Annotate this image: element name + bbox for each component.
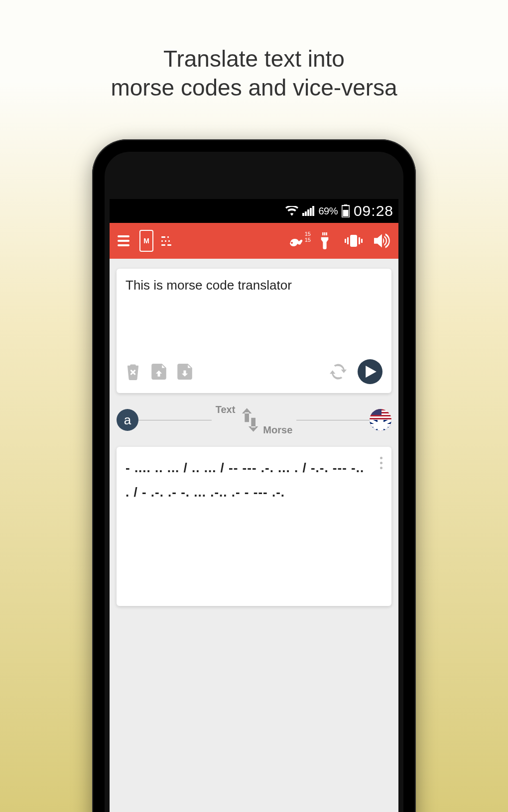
sound-button[interactable] — [372, 230, 393, 252]
svg-rect-4 — [312, 206, 314, 216]
case-toggle-label: a — [124, 412, 131, 428]
morse-output[interactable]: - .... .. ... / .. ... / -- --- .-. ... … — [126, 456, 382, 505]
flag-uk-icon — [370, 420, 391, 431]
phone-inner: 69% 09:28 M — [105, 152, 403, 812]
more-options-button[interactable] — [377, 454, 385, 472]
play-button[interactable] — [358, 359, 382, 384]
signal-icon — [302, 206, 314, 216]
svg-rect-14 — [359, 237, 360, 244]
svg-rect-13 — [345, 239, 346, 243]
case-toggle-button[interactable]: a — [117, 409, 138, 431]
svg-rect-8 — [322, 232, 323, 235]
content-area: This is morse code translator — [110, 259, 398, 616]
speed-values: 15 15 — [305, 231, 311, 243]
flag-us-icon — [370, 409, 391, 420]
svg-rect-1 — [305, 211, 307, 216]
speed-bottom: 15 — [305, 237, 311, 243]
phone-frame: 69% 09:28 M — [92, 139, 416, 812]
app-logo-icon: M — [139, 230, 153, 252]
promo-heading: Translate text into morse codes and vice… — [0, 0, 508, 102]
delete-button[interactable] — [126, 363, 140, 380]
text-input-card: This is morse code translator — [117, 269, 391, 393]
svg-rect-9 — [324, 232, 325, 235]
save-button[interactable] — [177, 364, 192, 380]
svg-rect-0 — [302, 213, 304, 216]
promo-line-1: Translate text into — [0, 45, 508, 74]
vibrate-button[interactable] — [343, 230, 365, 252]
swap-label-morse: Morse — [263, 424, 292, 436]
svg-rect-10 — [326, 232, 327, 235]
swap-bar: a Text Morse — [117, 405, 391, 435]
svg-rect-2 — [307, 209, 309, 216]
app-logo-letter: M — [143, 237, 149, 245]
speed-button[interactable]: 15 15 — [285, 230, 307, 252]
svg-rect-12 — [347, 237, 349, 244]
input-toolbar — [126, 353, 382, 384]
wifi-icon — [285, 206, 298, 216]
app-bar: M 15 15 — [110, 223, 398, 259]
battery-icon — [342, 204, 350, 217]
status-bar: 69% 09:28 — [110, 199, 398, 223]
svg-rect-7 — [343, 210, 349, 216]
menu-button[interactable] — [115, 232, 132, 249]
swap-label-text: Text — [216, 404, 236, 415]
flashlight-button[interactable] — [314, 230, 336, 252]
screen: 69% 09:28 M — [110, 199, 398, 812]
load-button[interactable] — [151, 364, 166, 380]
swap-direction-button[interactable]: Text Morse — [212, 407, 297, 433]
language-button[interactable] — [370, 409, 391, 431]
battery-percentage: 69% — [318, 205, 338, 217]
status-time: 09:28 — [354, 203, 393, 219]
morse-output-card: - .... .. ... / .. ... / -- --- .-. ... … — [117, 447, 391, 606]
svg-rect-3 — [310, 208, 312, 216]
text-input[interactable]: This is morse code translator — [126, 278, 382, 353]
speed-top: 15 — [305, 231, 311, 237]
svg-rect-11 — [350, 235, 357, 247]
refresh-button[interactable] — [330, 363, 347, 380]
svg-rect-15 — [361, 239, 363, 243]
swap-arrows-icon — [238, 407, 260, 433]
promo-line-2: morse codes and vice-versa — [0, 74, 508, 102]
app-logo-morse-icon — [161, 236, 171, 246]
